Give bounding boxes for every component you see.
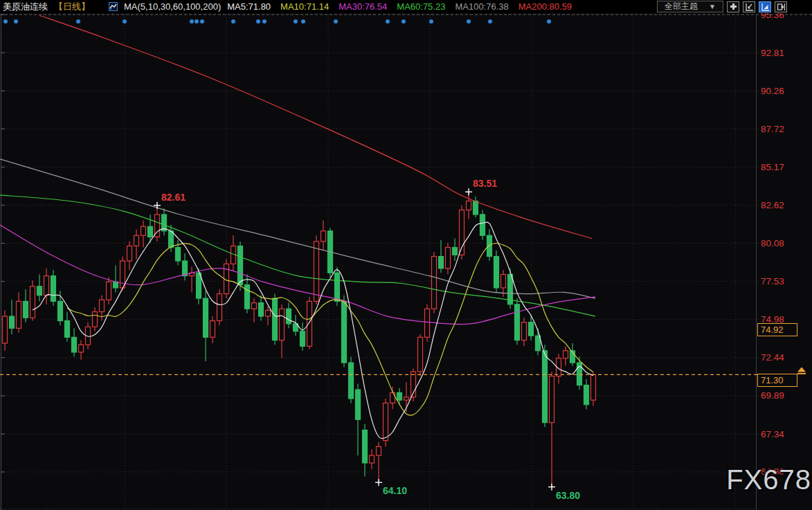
- candle-body: [273, 298, 278, 340]
- event-dot: [488, 19, 492, 24]
- candle-body: [134, 235, 139, 246]
- event-dot: [256, 19, 260, 24]
- event-dot: [3, 19, 8, 24]
- pan-icon: [729, 3, 738, 11]
- ref-price-label: 74.92: [757, 323, 797, 336]
- candle-body: [404, 397, 409, 400]
- axis-label: 80.08: [761, 238, 784, 248]
- auto-scale-icon: [761, 3, 770, 11]
- axis-label: 77.53: [761, 276, 784, 286]
- indicator-icon: [109, 2, 118, 11]
- ma-legend-item: MA200:80.59: [518, 1, 572, 12]
- candle-body: [24, 301, 28, 318]
- event-dot: [190, 19, 194, 24]
- last-price-value: 71.30: [761, 375, 784, 385]
- candle-body: [494, 257, 499, 288]
- candle-body: [204, 298, 208, 337]
- candle-body: [563, 351, 568, 358]
- price-chart[interactable]: 95.3692.8190.2687.7285.1782.6280.0877.53…: [0, 0, 812, 510]
- price-arrow-icon: [797, 367, 806, 372]
- ma-legend-item: MA30:76.54: [339, 1, 387, 12]
- ma-legend-item: MA100:76.38: [455, 1, 508, 12]
- zoom-scale-button[interactable]: [743, 1, 755, 12]
- event-dot: [262, 19, 267, 24]
- candle-body: [93, 312, 98, 327]
- candle-body: [148, 226, 153, 237]
- candle-body: [176, 248, 181, 261]
- annotation-label: 64.10: [383, 485, 407, 496]
- candle-body: [280, 309, 285, 340]
- axis-label: 72.44: [761, 352, 784, 363]
- ma-legend-item: MA10:71.14: [280, 1, 329, 12]
- candle-body: [300, 331, 305, 347]
- pan-button[interactable]: [727, 1, 739, 12]
- event-dot: [195, 19, 199, 24]
- event-dot: [14, 19, 18, 24]
- candle-body: [349, 363, 354, 399]
- candle-body: [10, 316, 15, 328]
- candle-body: [418, 337, 423, 372]
- candle-body: [536, 336, 541, 351]
- candle-body: [439, 257, 444, 268]
- candle-body: [515, 304, 520, 340]
- candle-body: [30, 286, 35, 318]
- candle-body: [363, 430, 368, 463]
- theme-dropdown[interactable]: 全部主题 ▼: [657, 1, 723, 12]
- candle-body: [370, 455, 375, 463]
- candle-body: [3, 316, 8, 343]
- candle-body: [245, 285, 250, 309]
- symbol-title: 美原油连续: [3, 1, 48, 13]
- candle-body: [522, 322, 527, 340]
- ref-price-value: 74.92: [761, 325, 784, 335]
- candle-body: [453, 248, 458, 255]
- zoom-scale-icon: [745, 3, 754, 11]
- candle-body: [577, 363, 582, 385]
- candle-body: [17, 301, 21, 328]
- axis-label: 85.17: [761, 162, 784, 172]
- candle-body: [501, 274, 506, 287]
- candle-body: [37, 286, 42, 295]
- candle-body: [432, 257, 437, 309]
- event-dot: [547, 19, 551, 24]
- candle-body: [72, 337, 77, 352]
- event-dot: [334, 19, 338, 24]
- candle-body: [543, 351, 548, 423]
- period-label[interactable]: 【日线】: [54, 1, 90, 13]
- candle-body: [197, 273, 201, 298]
- candle-body: [217, 294, 222, 321]
- watermark: FX678: [726, 464, 811, 495]
- candle-body: [584, 385, 589, 405]
- auto-scale-button[interactable]: [759, 1, 771, 12]
- axis-label: 92.81: [761, 48, 784, 58]
- chevron-down-icon: ▼: [709, 1, 716, 12]
- event-dot: [294, 19, 298, 24]
- top-bar: 美原油连续 【日线】 MA(5,10,30,60,100,200) MA5:71…: [0, 0, 812, 13]
- axis-label: 69.89: [761, 390, 784, 401]
- candle-body: [397, 392, 402, 400]
- ma-legend-item: MA60:75.23: [397, 1, 445, 12]
- candle-body: [65, 321, 70, 338]
- annotation-label: 83.51: [473, 178, 497, 189]
- candle-body: [51, 276, 56, 302]
- ma-legend: MA5:71.80MA10:71.14MA30:76.54MA60:75.23M…: [227, 1, 572, 12]
- candle-body: [342, 301, 347, 363]
- candle-body: [473, 201, 478, 215]
- event-dot: [467, 19, 471, 24]
- ma-line-ma5: [33, 222, 593, 439]
- reset-view-button[interactable]: [775, 1, 787, 12]
- event-dot: [123, 19, 127, 24]
- candle-body: [425, 309, 430, 337]
- candle-body: [550, 376, 554, 423]
- candle-body: [238, 246, 243, 284]
- candle-body: [100, 300, 105, 311]
- toolbar-controls: 全部主题 ▼: [657, 1, 787, 12]
- chart-app-window: 美原油连续 【日线】 MA(5,10,30,60,100,200) MA5:71…: [0, 0, 812, 510]
- candle-body: [467, 201, 471, 210]
- candle-body: [114, 282, 118, 288]
- axis-label: 67.34: [761, 429, 784, 439]
- ma-line-ma60: [0, 195, 595, 316]
- candle-body: [487, 235, 492, 256]
- event-dot: [200, 19, 204, 24]
- candle-body: [79, 345, 84, 352]
- candle-body: [58, 301, 63, 320]
